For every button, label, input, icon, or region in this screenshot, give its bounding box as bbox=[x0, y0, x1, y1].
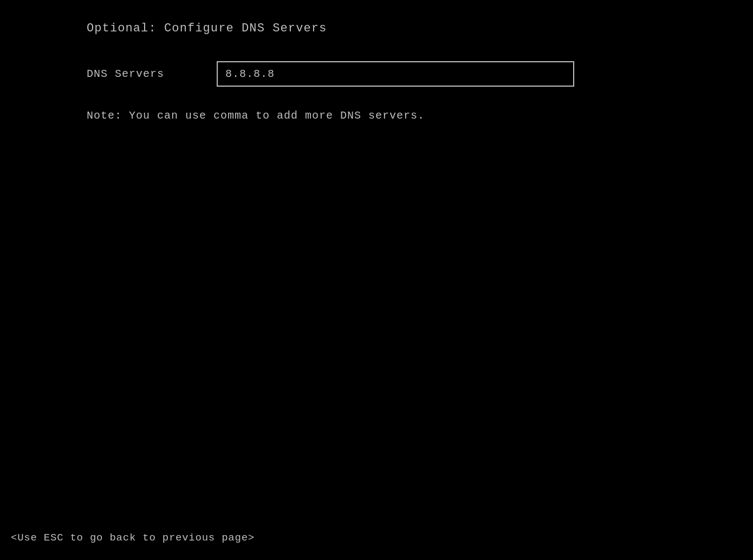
dns-servers-input[interactable] bbox=[217, 61, 574, 87]
page-title: Optional: Configure DNS Servers bbox=[87, 22, 666, 35]
screen: Optional: Configure DNS Servers DNS Serv… bbox=[0, 0, 753, 560]
note-text: Note: You can use comma to add more DNS … bbox=[87, 108, 666, 123]
dns-label: DNS Servers bbox=[87, 68, 217, 80]
bottom-bar: <Use ESC to go back to previous page> bbox=[0, 532, 753, 544]
dns-form-row: DNS Servers bbox=[87, 61, 666, 87]
esc-hint: <Use ESC to go back to previous page> bbox=[11, 532, 742, 544]
